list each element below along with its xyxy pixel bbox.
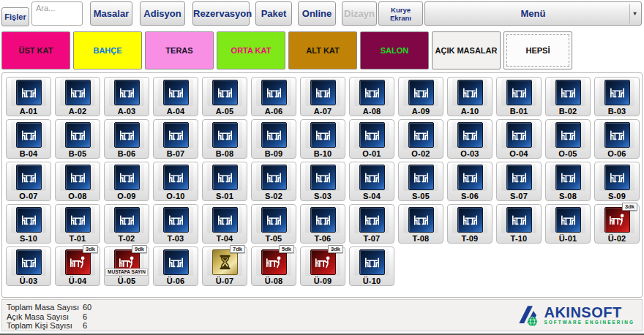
table-icon bbox=[457, 207, 483, 233]
table-button-o-04[interactable]: O-04 bbox=[496, 119, 542, 159]
floor-button-bahçe[interactable]: BAHÇE bbox=[73, 31, 142, 69]
floor-button-teras[interactable]: TERAS bbox=[145, 31, 214, 69]
table-icon-frame bbox=[109, 121, 144, 148]
table-button-a-02[interactable]: A-02 bbox=[55, 77, 100, 116]
table-button-s-01[interactable]: S-01 bbox=[202, 162, 247, 201]
table-button-s-07[interactable]: S-07 bbox=[496, 162, 542, 201]
table-button-ü-03[interactable]: Ü-03 bbox=[6, 246, 51, 286]
table-icon-frame bbox=[60, 121, 95, 148]
table-icon-frame bbox=[11, 206, 46, 233]
floor-button-hepsi-[interactable]: HEPSİ bbox=[503, 31, 572, 69]
floor-button-salon[interactable]: SALON bbox=[360, 31, 429, 69]
floor-label: HEPSİ bbox=[525, 46, 550, 55]
table-label: A-03 bbox=[118, 107, 136, 116]
table-button-b-09[interactable]: B-09 bbox=[251, 119, 296, 159]
table-button-t-05[interactable]: T-05 bbox=[251, 204, 296, 244]
table-chairs-icon bbox=[362, 83, 382, 102]
table-icon-frame bbox=[305, 164, 340, 191]
table-button-o-03[interactable]: O-03 bbox=[447, 119, 493, 159]
table-button-ü-02[interactable]: 3dk Ü-02 bbox=[594, 204, 640, 244]
tab-paket[interactable]: Paket bbox=[255, 1, 292, 26]
table-button-o-02[interactable]: O-02 bbox=[398, 119, 443, 159]
table-button-s-02[interactable]: S-02 bbox=[251, 162, 296, 201]
table-icon bbox=[359, 249, 385, 275]
table-label: Ü-01 bbox=[559, 234, 577, 243]
table-button-b-03[interactable]: B-03 bbox=[594, 77, 640, 116]
table-button-ü-10[interactable]: Ü-10 bbox=[349, 246, 394, 286]
table-chairs-icon bbox=[411, 168, 431, 187]
table-button-b-05[interactable]: B-05 bbox=[55, 119, 100, 159]
status-value: 6 bbox=[83, 312, 87, 322]
floor-button-üst-kat[interactable]: ÜST KAT bbox=[1, 31, 70, 69]
table-button-ü-08[interactable]: 5dk Ü-08 bbox=[251, 246, 296, 286]
floor-button-orta-kat[interactable]: ORTA KAT bbox=[217, 31, 285, 69]
table-button-a-01[interactable]: A-01 bbox=[6, 77, 51, 116]
table-chairs-icon bbox=[313, 168, 333, 187]
table-button-s-03[interactable]: S-03 bbox=[300, 162, 345, 201]
search-input[interactable] bbox=[31, 1, 83, 26]
occupied-table-person-icon bbox=[313, 252, 333, 272]
table-button-t-10[interactable]: T-10 bbox=[496, 204, 542, 244]
table-button-s-05[interactable]: S-05 bbox=[398, 162, 443, 201]
kurye-ekrani-button[interactable]: Kurye Ekranı bbox=[378, 1, 423, 26]
table-button-o-08[interactable]: O-08 bbox=[55, 162, 100, 201]
table-button-ü-04[interactable]: 3dk Ü-04 bbox=[55, 246, 100, 286]
table-button-ü-01[interactable]: Ü-01 bbox=[545, 204, 591, 244]
table-button-o-07[interactable]: O-07 bbox=[6, 162, 51, 201]
table-button-t-09[interactable]: T-09 bbox=[447, 204, 493, 244]
table-button-o-10[interactable]: O-10 bbox=[153, 162, 198, 201]
table-button-t-01[interactable]: T-01 bbox=[55, 204, 100, 244]
table-button-o-05[interactable]: O-05 bbox=[545, 119, 591, 159]
table-button-a-05[interactable]: A-05 bbox=[202, 77, 247, 116]
table-button-ü-06[interactable]: Ü-06 bbox=[153, 246, 198, 286]
table-icon-frame bbox=[452, 164, 487, 191]
table-button-t-06[interactable]: T-06 bbox=[300, 204, 345, 244]
chevron-down-icon[interactable]: ▾ bbox=[629, 4, 640, 23]
table-button-b-07[interactable]: B-07 bbox=[153, 119, 198, 159]
menu-button[interactable]: Menü ▾ bbox=[424, 1, 642, 26]
table-button-b-02[interactable]: B-02 bbox=[545, 77, 591, 116]
table-icon bbox=[163, 165, 189, 190]
floor-button-açik-masalar[interactable]: AÇIK MASALAR bbox=[432, 31, 501, 69]
table-button-s-06[interactable]: S-06 bbox=[447, 162, 493, 201]
table-button-a-10[interactable]: A-10 bbox=[447, 77, 493, 116]
table-button-t-07[interactable]: T-07 bbox=[349, 204, 394, 244]
table-button-t-02[interactable]: T-02 bbox=[104, 204, 149, 244]
table-button-b-04[interactable]: B-04 bbox=[6, 119, 51, 159]
table-button-b-06[interactable]: B-06 bbox=[104, 119, 149, 159]
table-button-a-07[interactable]: A-07 bbox=[300, 77, 345, 116]
table-button-t-08[interactable]: T-08 bbox=[398, 204, 443, 244]
table-button-ü-09[interactable]: 3dk Ü-09 bbox=[300, 246, 345, 286]
table-button-a-09[interactable]: A-09 bbox=[398, 77, 443, 116]
table-button-t-03[interactable]: T-03 bbox=[153, 204, 198, 244]
table-button-o-01[interactable]: O-01 bbox=[349, 119, 394, 159]
table-button-o-06[interactable]: O-06 bbox=[594, 119, 640, 159]
fisler-button[interactable]: Fişler bbox=[1, 7, 29, 26]
table-button-s-08[interactable]: S-08 bbox=[545, 162, 591, 201]
tab-rezervasyon[interactable]: Rezervasyon bbox=[192, 1, 250, 26]
table-button-s-10[interactable]: S-10 bbox=[6, 204, 51, 244]
table-button-a-04[interactable]: A-04 bbox=[153, 77, 198, 116]
table-icon-frame bbox=[207, 79, 242, 106]
table-icon bbox=[506, 122, 532, 148]
table-button-ü-07[interactable]: 7dk Ü-07 bbox=[202, 246, 247, 286]
table-button-b-08[interactable]: B-08 bbox=[202, 119, 247, 159]
tab-masalar[interactable]: Masalar bbox=[90, 1, 132, 26]
table-button-b-10[interactable]: B-10 bbox=[300, 119, 345, 159]
table-icon bbox=[261, 165, 287, 190]
tab-adisyon[interactable]: Adisyon bbox=[140, 1, 185, 26]
table-button-s-09[interactable]: S-09 bbox=[594, 162, 640, 201]
floor-button-alt-kat[interactable]: ALT KAT bbox=[288, 31, 357, 69]
occupied-table-person-icon bbox=[607, 210, 627, 230]
table-button-o-09[interactable]: O-09 bbox=[104, 162, 149, 201]
tab-online[interactable]: Online bbox=[298, 1, 336, 26]
table-button-s-04[interactable]: S-04 bbox=[349, 162, 394, 201]
table-button-a-06[interactable]: A-06 bbox=[251, 77, 296, 116]
table-button-a-08[interactable]: A-08 bbox=[349, 77, 394, 116]
table-button-a-03[interactable]: A-03 bbox=[104, 77, 149, 116]
table-button-ü-05[interactable]: 9dk MUSTAFA SAYIN Ü-05 bbox=[104, 246, 149, 286]
table-button-b-01[interactable]: B-01 bbox=[496, 77, 542, 116]
table-icon-frame bbox=[11, 121, 46, 148]
table-button-t-04[interactable]: T-04 bbox=[202, 204, 247, 244]
table-chairs-icon bbox=[460, 83, 480, 102]
